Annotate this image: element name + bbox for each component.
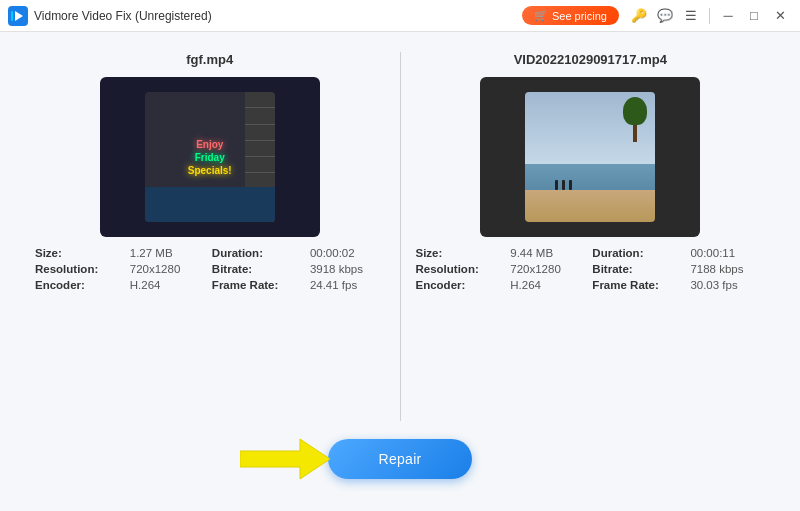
- repair-button[interactable]: Repair: [328, 439, 471, 479]
- right-framerate-label: Frame Rate:: [592, 279, 680, 291]
- cart-icon: 🛒: [534, 9, 548, 22]
- left-video-meta: Size: 1.27 MB Duration: 00:00:02 Resolut…: [30, 237, 390, 291]
- neon-line3: Specials!: [188, 164, 232, 177]
- beach-figures: [555, 180, 572, 190]
- left-bitrate-label: Bitrate:: [212, 263, 300, 275]
- right-encoder-value: H.264: [510, 279, 582, 291]
- app-title-text: Vidmore Video Fix (Unregistered): [34, 9, 522, 23]
- right-bitrate-label: Bitrate:: [592, 263, 680, 275]
- svg-marker-3: [240, 439, 330, 479]
- videos-row: fgf.mp4 Enjoy Friday: [30, 52, 770, 421]
- left-framerate-value: 24.41 fps: [310, 279, 385, 291]
- left-duration-value: 00:00:02: [310, 247, 385, 259]
- right-video-meta: Size: 9.44 MB Duration: 00:00:11 Resolut…: [411, 237, 771, 291]
- right-duration-value: 00:00:11: [690, 247, 765, 259]
- left-size-value: 1.27 MB: [130, 247, 202, 259]
- left-framerate-label: Frame Rate:: [212, 279, 300, 291]
- bottom-bar: Repair: [30, 421, 770, 496]
- right-video-thumbnail: [480, 77, 700, 237]
- left-encoder-value: H.264: [130, 279, 202, 291]
- left-resolution-value: 720x1280: [130, 263, 202, 275]
- beach-sea: [525, 164, 655, 190]
- chat-icon[interactable]: 💬: [653, 6, 677, 26]
- neon-line1: Enjoy: [188, 138, 232, 151]
- couch: [145, 187, 275, 222]
- panel-divider: [400, 52, 401, 421]
- titlebar-separator: [709, 8, 710, 24]
- svg-rect-2: [11, 11, 13, 21]
- neon-sign: Enjoy Friday Specials!: [188, 138, 232, 177]
- arrow-svg: [240, 434, 330, 484]
- arrow-indicator: [240, 434, 330, 484]
- left-video-thumbnail: Enjoy Friday Specials!: [100, 77, 320, 237]
- left-encoder-label: Encoder:: [35, 279, 120, 291]
- titlebar-controls: 🔑 💬 ☰ ─ □ ✕: [627, 6, 792, 26]
- main-content: fgf.mp4 Enjoy Friday: [0, 32, 800, 511]
- right-size-label: Size:: [416, 247, 501, 259]
- right-resolution-value: 720x1280: [510, 263, 582, 275]
- beach-tree: [625, 97, 645, 142]
- left-resolution-label: Resolution:: [35, 263, 120, 275]
- right-thumb-inner: [525, 92, 655, 222]
- menu-icon[interactable]: ☰: [679, 6, 703, 26]
- key-icon[interactable]: 🔑: [627, 6, 651, 26]
- pricing-label: See pricing: [552, 10, 607, 22]
- left-video-panel: fgf.mp4 Enjoy Friday: [30, 52, 390, 421]
- right-resolution-label: Resolution:: [416, 263, 501, 275]
- right-framerate-value: 30.03 fps: [690, 279, 765, 291]
- left-size-label: Size:: [35, 247, 120, 259]
- right-encoder-label: Encoder:: [416, 279, 501, 291]
- left-thumb-inner: Enjoy Friday Specials!: [145, 92, 275, 222]
- right-video-panel: VID20221029091717.mp4: [411, 52, 771, 421]
- right-duration-label: Duration:: [592, 247, 680, 259]
- right-video-filename: VID20221029091717.mp4: [514, 52, 667, 67]
- pricing-button[interactable]: 🛒 See pricing: [522, 6, 619, 25]
- left-bitrate-value: 3918 kbps: [310, 263, 385, 275]
- maximize-button[interactable]: □: [742, 6, 766, 26]
- title-bar: Vidmore Video Fix (Unregistered) 🛒 See p…: [0, 0, 800, 32]
- app-logo: [8, 6, 28, 26]
- close-button[interactable]: ✕: [768, 6, 792, 26]
- beach-sand: [525, 190, 655, 223]
- left-video-filename: fgf.mp4: [186, 52, 233, 67]
- left-duration-label: Duration:: [212, 247, 300, 259]
- minimize-button[interactable]: ─: [716, 6, 740, 26]
- neon-line2: Friday: [188, 151, 232, 164]
- right-size-value: 9.44 MB: [510, 247, 582, 259]
- right-bitrate-value: 7188 kbps: [690, 263, 765, 275]
